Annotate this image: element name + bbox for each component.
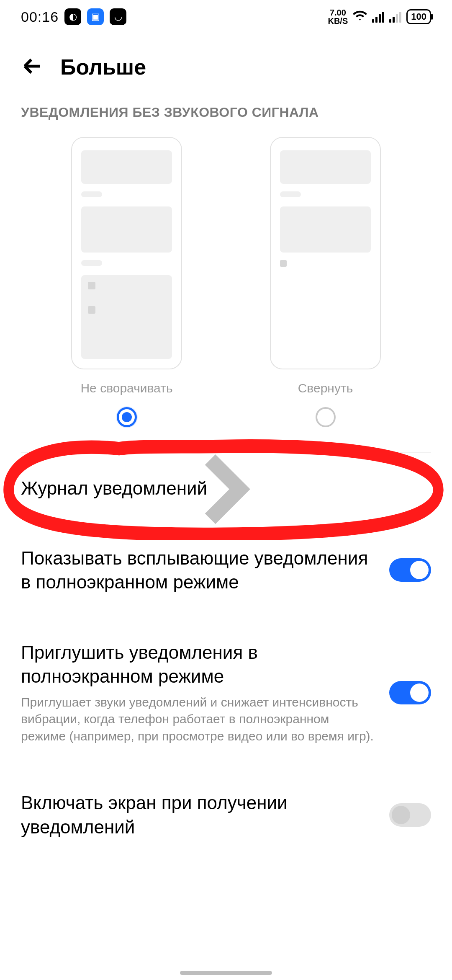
row-mute-fullscreen-title: Приглушить уведомления в полноэкранном р… — [21, 640, 377, 688]
row-mute-fullscreen-desc: Приглушает звуки уведомлений и снижает и… — [21, 694, 377, 745]
toggle-show-floating[interactable] — [389, 558, 431, 582]
signal-1-icon — [372, 11, 384, 23]
row-notification-history[interactable]: Журнал уведомлений — [21, 453, 431, 523]
back-button[interactable] — [21, 55, 44, 79]
toggle-wake-screen[interactable] — [389, 803, 431, 827]
option-no-collapse-radio[interactable] — [117, 407, 137, 427]
page-header: Больше — [0, 34, 452, 105]
row-wake-screen: Включать экран при получении уведомлений — [21, 768, 431, 843]
option-collapse-radio[interactable] — [316, 407, 336, 427]
statusbar-netspeed: 7.00 KB/S — [328, 8, 348, 25]
signal-2-icon — [389, 11, 401, 23]
gesture-bar — [180, 971, 272, 975]
battery-icon: 100 — [406, 9, 431, 24]
option-no-collapse-preview — [71, 137, 182, 369]
row-show-floating: Показывать всплывающие уведомления в пол… — [21, 523, 431, 617]
page-title: Больше — [60, 54, 146, 80]
wifi-icon — [353, 8, 367, 26]
row-wake-screen-title: Включать экран при получении уведомлений — [21, 791, 377, 838]
section-silent-header: УВЕДОМЛЕНИЯ БЕЗ ЗВУКОВОГО СИГНАЛА — [21, 105, 431, 120]
option-collapse[interactable]: Свернуть — [270, 137, 381, 427]
toggle-mute-fullscreen[interactable] — [389, 681, 431, 704]
option-no-collapse-label: Не сворачивать — [80, 381, 172, 395]
statusbar-app-icon-3: ◡ — [110, 8, 126, 25]
row-show-floating-title: Показывать всплывающие уведомления в пол… — [21, 546, 377, 594]
statusbar-app-icon-1: ◐ — [64, 8, 81, 25]
option-collapse-label: Свернуть — [298, 381, 353, 395]
status-bar: 00:16 ◐ ▣ ◡ 7.00 KB/S 100 — [0, 0, 452, 34]
row-mute-fullscreen: Приглушить уведомления в полноэкранном р… — [21, 617, 431, 768]
statusbar-app-icon-2: ▣ — [87, 8, 104, 25]
row-notification-history-title: Журнал уведомлений — [21, 476, 419, 500]
option-collapse-preview — [270, 137, 381, 369]
statusbar-time: 00:16 — [21, 9, 59, 25]
collapse-options: Не сворачивать Свернуть — [21, 137, 431, 427]
option-no-collapse[interactable]: Не сворачивать — [71, 137, 182, 427]
